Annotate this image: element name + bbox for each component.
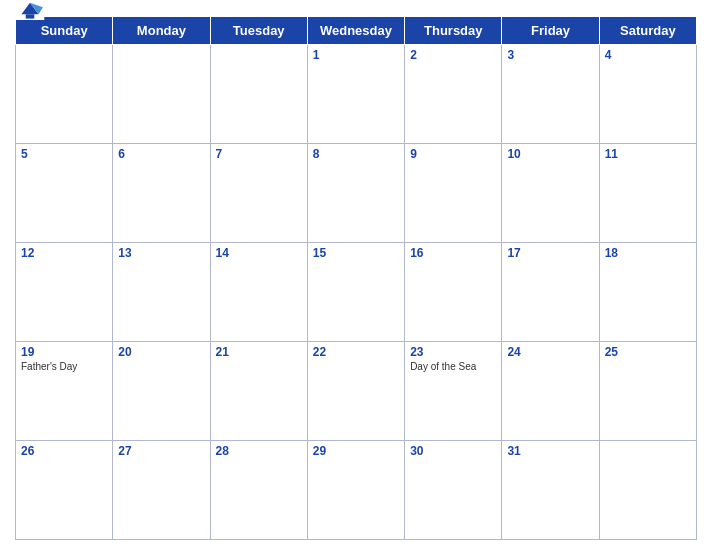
day-cell: 6: [113, 144, 210, 243]
weekday-header-thursday: Thursday: [405, 17, 502, 45]
weekday-header-saturday: Saturday: [599, 17, 696, 45]
day-cell: [210, 45, 307, 144]
day-cell: 3: [502, 45, 599, 144]
weekday-header-wednesday: Wednesday: [307, 17, 404, 45]
logo-icon: [15, 0, 45, 20]
day-cell: 1: [307, 45, 404, 144]
day-number: 8: [313, 147, 399, 161]
day-cell: [599, 441, 696, 540]
svg-rect-3: [26, 14, 35, 18]
day-number: 24: [507, 345, 593, 359]
day-number: 30: [410, 444, 496, 458]
week-row-3: 12131415161718: [16, 243, 697, 342]
week-row-5: 262728293031: [16, 441, 697, 540]
day-number: 27: [118, 444, 204, 458]
day-number: 11: [605, 147, 691, 161]
day-cell: [16, 45, 113, 144]
day-number: 2: [410, 48, 496, 62]
week-row-2: 567891011: [16, 144, 697, 243]
day-cell: 2: [405, 45, 502, 144]
weekday-header-monday: Monday: [113, 17, 210, 45]
logo: [15, 0, 45, 20]
weekday-header-sunday: Sunday: [16, 17, 113, 45]
day-number: 12: [21, 246, 107, 260]
weekday-header-friday: Friday: [502, 17, 599, 45]
day-cell: 13: [113, 243, 210, 342]
week-row-1: 1234: [16, 45, 697, 144]
day-cell: [113, 45, 210, 144]
day-cell: 15: [307, 243, 404, 342]
day-cell: 20: [113, 342, 210, 441]
day-number: 17: [507, 246, 593, 260]
day-number: 20: [118, 345, 204, 359]
day-number: 23: [410, 345, 496, 359]
day-cell: 18: [599, 243, 696, 342]
day-number: 13: [118, 246, 204, 260]
day-cell: 29: [307, 441, 404, 540]
day-cell: 30: [405, 441, 502, 540]
calendar-header-row: SundayMondayTuesdayWednesdayThursdayFrid…: [16, 17, 697, 45]
day-number: 29: [313, 444, 399, 458]
day-number: 18: [605, 246, 691, 260]
day-cell: 22: [307, 342, 404, 441]
day-number: 16: [410, 246, 496, 260]
calendar-body: 12345678910111213141516171819Father's Da…: [16, 45, 697, 540]
day-number: 7: [216, 147, 302, 161]
day-number: 28: [216, 444, 302, 458]
day-number: 26: [21, 444, 107, 458]
day-cell: 16: [405, 243, 502, 342]
day-cell: 11: [599, 144, 696, 243]
day-cell: 9: [405, 144, 502, 243]
day-cell: 23Day of the Sea: [405, 342, 502, 441]
day-number: 15: [313, 246, 399, 260]
day-number: 31: [507, 444, 593, 458]
day-number: 6: [118, 147, 204, 161]
day-number: 10: [507, 147, 593, 161]
day-number: 14: [216, 246, 302, 260]
day-cell: 5: [16, 144, 113, 243]
day-cell: 12: [16, 243, 113, 342]
calendar-table: SundayMondayTuesdayWednesdayThursdayFrid…: [15, 16, 697, 540]
day-cell: 19Father's Day: [16, 342, 113, 441]
day-number: 9: [410, 147, 496, 161]
day-cell: 31: [502, 441, 599, 540]
day-event: Father's Day: [21, 361, 107, 372]
day-cell: 24: [502, 342, 599, 441]
day-number: 19: [21, 345, 107, 359]
day-number: 1: [313, 48, 399, 62]
weekday-row: SundayMondayTuesdayWednesdayThursdayFrid…: [16, 17, 697, 45]
day-cell: 17: [502, 243, 599, 342]
weekday-header-tuesday: Tuesday: [210, 17, 307, 45]
day-cell: 14: [210, 243, 307, 342]
day-number: 21: [216, 345, 302, 359]
day-cell: 25: [599, 342, 696, 441]
day-cell: 7: [210, 144, 307, 243]
day-number: 4: [605, 48, 691, 62]
day-cell: 21: [210, 342, 307, 441]
day-number: 5: [21, 147, 107, 161]
day-event: Day of the Sea: [410, 361, 496, 372]
day-cell: 4: [599, 45, 696, 144]
day-number: 22: [313, 345, 399, 359]
day-number: 25: [605, 345, 691, 359]
day-cell: 10: [502, 144, 599, 243]
day-cell: 26: [16, 441, 113, 540]
day-cell: 27: [113, 441, 210, 540]
day-number: 3: [507, 48, 593, 62]
day-cell: 28: [210, 441, 307, 540]
day-cell: 8: [307, 144, 404, 243]
week-row-4: 19Father's Day20212223Day of the Sea2425: [16, 342, 697, 441]
